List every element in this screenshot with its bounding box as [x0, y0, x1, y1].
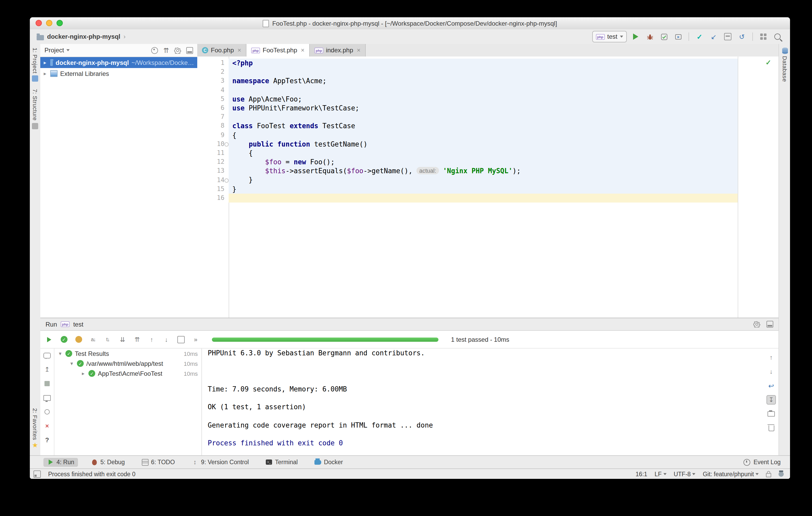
stripe-button-structure[interactable]: 7: Structure [30, 86, 40, 133]
zoom-window-button[interactable] [57, 20, 63, 26]
next-failed-button[interactable]: ↓ [162, 335, 171, 344]
tab-label: Foo.php [211, 47, 234, 54]
soft-wrap-button[interactable]: ↩ [766, 381, 776, 391]
project-panel-title[interactable]: Project [45, 47, 64, 54]
tool-window-button-label: 5: Debug [100, 459, 125, 465]
close-icon[interactable]: × [357, 47, 360, 54]
vcs-rollback-button[interactable]: ↺ [737, 31, 747, 42]
code-token: testGetName() [310, 140, 367, 148]
rerun-button[interactable] [45, 335, 54, 344]
collapse-all-button[interactable]: ⇈ [133, 335, 142, 344]
more-actions-button[interactable]: » [191, 335, 200, 344]
stripe-button-database[interactable]: Database [779, 44, 790, 86]
close-icon[interactable]: × [237, 47, 241, 54]
statistics-button[interactable] [42, 351, 52, 360]
code-token: } [232, 176, 253, 184]
close-icon[interactable]: × [301, 47, 304, 54]
expand-icon[interactable]: ▸ [42, 70, 48, 77]
read-only-lock-icon[interactable] [766, 473, 771, 477]
previous-failed-button[interactable]: ↑ [147, 335, 156, 344]
test-tree-row[interactable]: ▾✓/var/www/html/web/app/test10ms [54, 359, 202, 368]
tool-window-button-docker[interactable]: Docker [311, 458, 347, 466]
help-button[interactable]: ? [42, 435, 52, 445]
project-root-row[interactable]: ▸ docker-nginx-php-mysql ~/Workspace/Doc… [40, 57, 197, 68]
vcs-update-button[interactable]: ↙ [708, 31, 719, 42]
import-test-results-button[interactable]: ↥ [42, 365, 52, 374]
debug-button[interactable] [645, 31, 655, 42]
run-panel-title[interactable]: Run [46, 320, 57, 328]
code-area[interactable]: <?php namespace AppTest\Acme; use App\Ac… [229, 59, 738, 203]
close-button[interactable]: × [42, 421, 52, 431]
collapse-icon[interactable]: ▾ [69, 361, 74, 366]
editor-tab-footest-php[interactable]: phpFooTest.php× [246, 44, 310, 57]
settings-button[interactable] [753, 321, 760, 327]
sort-by-duration-button[interactable]: t↓ [103, 335, 113, 344]
show-ignored-button[interactable] [74, 335, 83, 344]
fold-marker[interactable] [225, 142, 229, 146]
scroll-up-button[interactable]: ↑ [766, 353, 776, 362]
editor-tab-foo-php[interactable]: CFoo.php× [197, 44, 246, 57]
sort-alphabetically-button[interactable]: a↓ [88, 335, 98, 344]
vcs-commit-button[interactable]: ✓ [694, 31, 705, 42]
vcs-shelf-button[interactable] [723, 31, 733, 42]
expand-icon[interactable]: ▸ [42, 60, 48, 65]
breadcrumb-project[interactable]: docker-nginx-php-mysql [47, 33, 120, 40]
layout-button[interactable] [758, 31, 768, 42]
collapse-all-button[interactable]: ⇈ [163, 47, 169, 54]
external-libraries-row[interactable]: ▸ External Libraries [40, 68, 197, 79]
test-tree-row[interactable]: ▸✓AppTest\Acme\FooTest10ms [54, 368, 202, 378]
database-icon [782, 48, 788, 54]
code-editor[interactable]: 12345678910111213141516 <?php namespace … [197, 57, 779, 318]
scroll-down-button[interactable]: ↓ [766, 367, 776, 376]
fold-marker[interactable] [225, 178, 229, 182]
console-output[interactable]: PHPUnit 6.3.0 by Sebastian Bergmann and … [204, 348, 767, 456]
caret-position-widget[interactable]: 16:1 [636, 471, 647, 477]
event-log-button[interactable]: Event Log [740, 458, 790, 466]
expand-icon[interactable]: ▸ [81, 371, 86, 376]
pin-tab-button[interactable] [42, 407, 52, 417]
toggle-tool-window-bars-button[interactable] [33, 470, 41, 478]
panel-splitter[interactable] [201, 348, 202, 456]
expand-all-button[interactable]: ⇊ [118, 335, 127, 344]
encoding-widget[interactable]: UTF-8 [674, 471, 695, 477]
stripe-button-favorites[interactable]: 2: Favorites ★ [30, 404, 40, 452]
chevron-down-icon[interactable] [67, 49, 70, 51]
tool-window-button-run[interactable]: 4: Run [44, 458, 78, 466]
run-button[interactable] [631, 31, 641, 42]
console-icon [44, 395, 51, 401]
run-with-coverage-button[interactable] [659, 31, 669, 42]
test-tree-row[interactable]: ▾✓Test Results10ms [54, 348, 202, 359]
code-line-15: } [229, 184, 738, 193]
line-separator-widget[interactable]: LF [655, 471, 666, 477]
editor-tab-index-php[interactable]: phpindex.php× [310, 44, 366, 57]
close-window-button[interactable] [36, 20, 42, 26]
code-line-8: class FooTest extends TestCase [229, 122, 738, 131]
scroll-from-source-button[interactable] [151, 47, 158, 54]
settings-button[interactable] [174, 47, 181, 54]
play-icon [633, 33, 638, 40]
breadcrumb[interactable]: docker-nginx-php-mysql › [30, 33, 125, 40]
stop-button[interactable] [42, 379, 52, 388]
inspections-hector-icon[interactable] [779, 471, 784, 477]
print-button[interactable] [766, 409, 776, 419]
inspection-status-icon[interactable]: ✓ [765, 59, 771, 66]
collapse-icon[interactable]: ▾ [58, 351, 63, 356]
hide-panel-button[interactable] [766, 321, 773, 327]
tool-window-button-vcs[interactable]: ↕9: Version Control [188, 458, 253, 466]
search-everywhere-button[interactable] [772, 31, 783, 42]
tool-window-button-todo[interactable]: 6: TODO [138, 458, 178, 466]
tool-window-button-debug[interactable]: 5: Debug [87, 458, 128, 466]
git-branch-widget[interactable]: Git: feature/phpunit [703, 471, 759, 477]
scroll-to-end-button[interactable]: ↧ [766, 395, 776, 404]
clear-all-button[interactable] [766, 423, 776, 433]
minimize-window-button[interactable] [46, 20, 52, 26]
tool-window-button-terminal[interactable]: >_Terminal [262, 458, 301, 466]
show-passed-button[interactable]: ✓ [59, 335, 68, 344]
run-config-select[interactable]: php test [592, 31, 627, 42]
stripe-button-project[interactable]: 1: Project [30, 44, 40, 86]
hide-panel-button[interactable] [186, 47, 193, 54]
show-console-button[interactable] [42, 393, 52, 402]
test-history-button[interactable] [176, 335, 186, 344]
title-bar[interactable]: FooTest.php - docker-nginx-php-mysql - [… [30, 17, 790, 30]
profile-button[interactable] [673, 31, 683, 42]
